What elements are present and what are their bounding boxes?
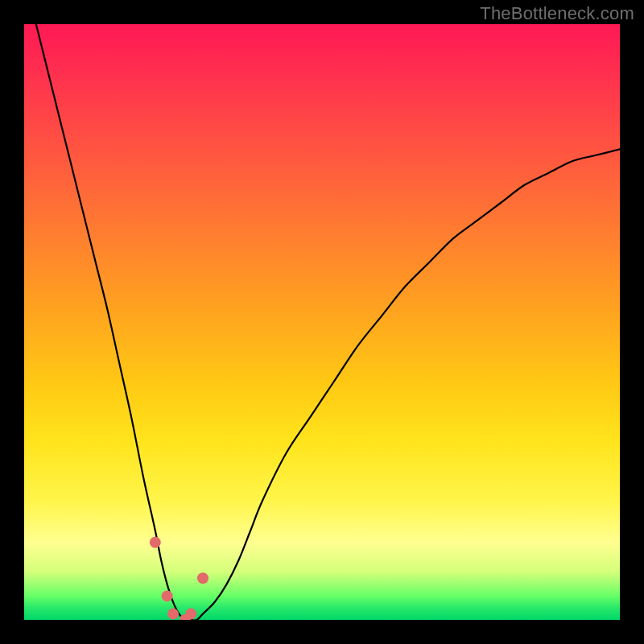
data-marker <box>150 537 161 548</box>
plot-area <box>24 24 620 620</box>
bottleneck-curve <box>24 24 620 620</box>
watermark-text: TheBottleneck.com <box>480 3 634 24</box>
data-marker <box>185 609 196 620</box>
data-marker <box>167 609 179 620</box>
data-marker <box>197 572 208 584</box>
chart-frame: TheBottleneck.com <box>0 0 644 644</box>
data-marker <box>162 590 173 601</box>
chart-svg <box>24 24 620 620</box>
